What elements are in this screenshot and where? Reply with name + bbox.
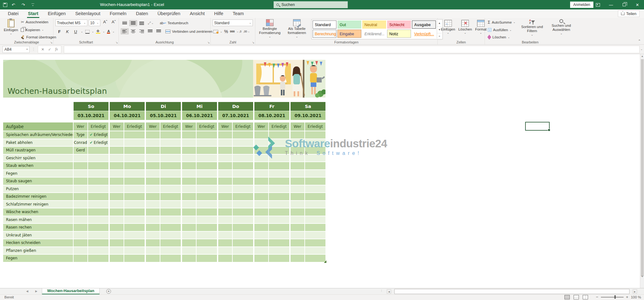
cell-style-eingabe[interactable]: Eingabe	[337, 30, 361, 38]
zoom-out-icon[interactable]: −	[596, 295, 598, 299]
done-cell[interactable]	[197, 131, 217, 139]
done-cell[interactable]	[197, 178, 217, 185]
done-cell[interactable]	[269, 178, 289, 185]
who-cell[interactable]	[146, 131, 160, 139]
align-top-button[interactable]	[121, 20, 129, 26]
save-icon[interactable]	[3, 3, 7, 7]
done-cell[interactable]	[233, 216, 253, 224]
done-cell[interactable]	[88, 224, 108, 231]
who-cell[interactable]	[291, 255, 304, 262]
done-cell[interactable]	[269, 224, 289, 231]
done-cell[interactable]	[124, 239, 145, 246]
done-cell[interactable]	[88, 247, 108, 254]
done-cell[interactable]	[305, 232, 325, 239]
font-size-select[interactable]: 10⌄	[89, 20, 100, 26]
who-cell[interactable]	[146, 155, 160, 162]
task-name-cell[interactable]: Unkraut jäten	[3, 232, 73, 239]
who-cell[interactable]	[254, 201, 268, 208]
who-cell[interactable]	[254, 232, 268, 239]
done-cell[interactable]	[233, 178, 253, 185]
formula-input[interactable]	[64, 46, 640, 53]
done-cell[interactable]	[197, 201, 217, 208]
number-format-select[interactable]: Standard⌄	[213, 20, 253, 26]
done-column-header[interactable]: Erledigt	[88, 122, 108, 131]
expand-formula-bar-icon[interactable]: ⌄	[640, 48, 643, 51]
who-cell[interactable]	[254, 185, 268, 193]
done-cell[interactable]	[124, 208, 145, 216]
done-cell[interactable]	[88, 239, 108, 246]
day-header-cell[interactable]: Sa	[291, 102, 325, 111]
align-left-button[interactable]	[121, 28, 129, 34]
who-cell[interactable]	[146, 185, 160, 193]
who-cell[interactable]	[218, 247, 232, 254]
who-cell[interactable]	[110, 178, 124, 185]
done-column-header[interactable]: Erledigt	[269, 122, 289, 131]
cell-style-ausgabe[interactable]: Ausgabe	[412, 20, 436, 29]
done-cell[interactable]	[124, 131, 145, 139]
done-cell[interactable]	[305, 155, 325, 162]
share-button[interactable]: Teilen	[618, 10, 640, 17]
number-dialog-launcher-icon[interactable]: ↘	[252, 41, 254, 44]
done-cell[interactable]	[305, 147, 325, 154]
task-name-cell[interactable]: Fegen	[3, 255, 73, 262]
done-cell[interactable]	[305, 139, 325, 146]
done-cell[interactable]	[124, 147, 145, 154]
page-break-view-icon[interactable]	[583, 295, 588, 299]
copy-button[interactable]: Kopieren⌄	[20, 28, 57, 32]
cell-style-schlecht[interactable]: Schlecht	[387, 20, 411, 29]
cell-style-neutral[interactable]: Neutral	[362, 20, 386, 29]
done-cell[interactable]	[197, 193, 217, 200]
tab-datei[interactable]: Datei	[3, 9, 23, 18]
done-cell[interactable]	[269, 193, 289, 200]
who-cell[interactable]	[218, 255, 232, 262]
who-cell[interactable]	[110, 193, 124, 200]
done-cell[interactable]	[197, 216, 217, 224]
horizontal-scroll-thumb[interactable]	[394, 289, 630, 294]
done-cell[interactable]	[197, 208, 217, 216]
who-cell[interactable]	[254, 178, 268, 185]
task-name-cell[interactable]: Wäsche waschen	[3, 208, 73, 216]
who-cell[interactable]	[254, 193, 268, 200]
done-cell[interactable]	[88, 155, 108, 162]
who-cell[interactable]	[182, 162, 196, 169]
underline-button[interactable]: U	[73, 29, 79, 34]
done-cell[interactable]	[233, 255, 253, 262]
who-cell[interactable]	[74, 201, 87, 208]
borders-icon[interactable]	[85, 30, 90, 34]
who-cell[interactable]	[110, 185, 124, 193]
done-cell[interactable]	[269, 170, 289, 177]
done-cell[interactable]	[124, 247, 145, 254]
done-cell[interactable]	[160, 193, 181, 200]
date-cell[interactable]: 06.10.2021	[182, 111, 217, 120]
done-cell[interactable]	[233, 232, 253, 239]
done-cell[interactable]	[160, 170, 181, 177]
who-cell[interactable]	[182, 247, 196, 254]
increase-indent-button[interactable]	[155, 28, 163, 34]
task-name-cell[interactable]: Paket abholen	[3, 139, 73, 146]
done-column-header[interactable]: Erledigt	[124, 122, 145, 131]
who-cell[interactable]	[291, 185, 304, 193]
date-cell[interactable]: 04.10.2021	[110, 111, 145, 120]
done-cell[interactable]	[233, 139, 253, 146]
h-scroll-left-icon[interactable]: ◀	[387, 289, 391, 294]
cell-style-gut[interactable]: Gut	[337, 20, 361, 29]
who-cell[interactable]	[74, 232, 87, 239]
vertical-scroll-thumb[interactable]	[641, 59, 644, 276]
done-cell[interactable]	[124, 232, 145, 239]
done-cell[interactable]	[305, 239, 325, 246]
done-cell[interactable]	[88, 216, 108, 224]
who-cell[interactable]	[291, 232, 304, 239]
align-right-button[interactable]	[138, 28, 146, 34]
who-cell[interactable]	[182, 147, 196, 154]
who-cell[interactable]	[291, 239, 304, 246]
page-layout-view-icon[interactable]	[574, 295, 579, 299]
zoom-slider[interactable]	[601, 297, 624, 297]
add-sheet-icon[interactable]: +	[106, 289, 111, 294]
tab-daten[interactable]: Daten	[131, 9, 153, 18]
ribbon-display-options-button[interactable]	[591, 0, 604, 9]
done-cell[interactable]	[233, 147, 253, 154]
done-cell[interactable]	[305, 170, 325, 177]
done-cell[interactable]	[269, 131, 289, 139]
done-cell[interactable]	[233, 208, 253, 216]
format-painter-button[interactable]: Format übertragen	[20, 35, 57, 39]
